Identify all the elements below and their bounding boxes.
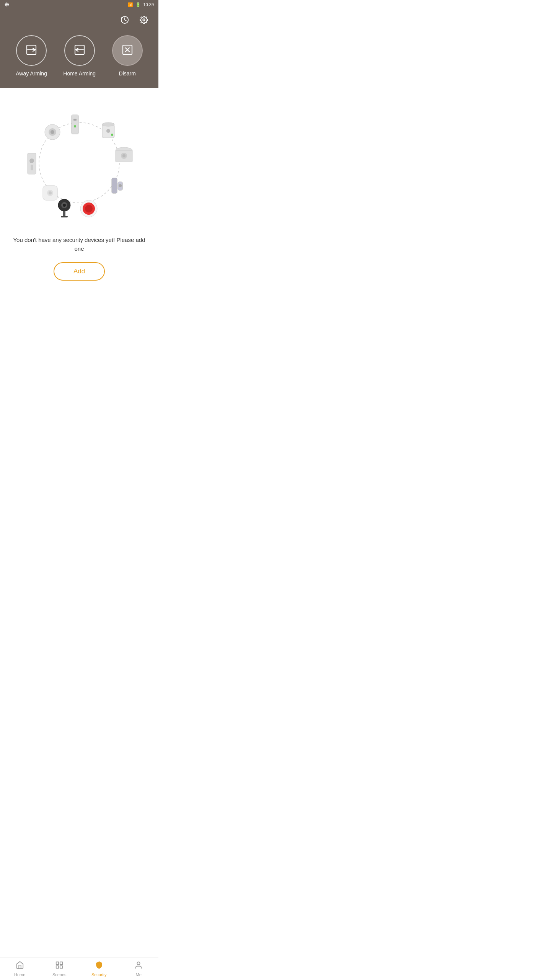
svg-point-20	[106, 129, 110, 133]
svg-point-23	[29, 158, 34, 163]
status-bar-left: ❊	[5, 2, 9, 8]
svg-rect-24	[31, 165, 33, 170]
svg-point-34	[119, 184, 122, 187]
svg-point-21	[111, 134, 113, 136]
battery-icon: 🔋	[135, 2, 141, 7]
status-bar: ❊ 📶 🔋 10:39	[0, 0, 158, 9]
settings-icon	[140, 16, 148, 26]
status-bar-right: 📶 🔋 10:39	[128, 2, 154, 7]
app-logo: ❊	[5, 2, 9, 8]
home-arming-icon	[73, 44, 86, 57]
home-arming-button[interactable]: Home Arming	[63, 35, 96, 77]
svg-point-19	[102, 122, 114, 126]
device-diagram	[22, 103, 137, 226]
top-section: Away Arming Home Arming	[0, 9, 158, 88]
main-content: You don't have any security devices yet!…	[0, 88, 158, 327]
empty-state-message: You don't have any security devices yet!…	[8, 236, 151, 253]
away-arming-circle	[16, 35, 47, 66]
history-button[interactable]	[118, 14, 132, 28]
time-display: 10:39	[143, 2, 154, 7]
disarm-label: Disarm	[119, 70, 136, 77]
svg-rect-38	[63, 211, 65, 216]
svg-point-31	[49, 191, 52, 194]
svg-point-42	[85, 205, 93, 212]
svg-rect-39	[61, 216, 68, 217]
svg-point-3	[143, 19, 145, 21]
svg-rect-32	[112, 178, 117, 193]
svg-rect-22	[28, 153, 36, 174]
svg-point-17	[51, 130, 54, 134]
svg-point-28	[122, 154, 126, 157]
svg-rect-12	[72, 115, 78, 134]
home-arming-circle	[64, 35, 95, 66]
disarm-circle	[112, 35, 143, 66]
disarm-button[interactable]: Disarm	[112, 35, 143, 77]
svg-point-37	[63, 204, 66, 207]
wifi-icon: 📶	[128, 2, 133, 7]
add-device-button[interactable]: Add	[54, 262, 105, 281]
svg-rect-13	[73, 119, 77, 121]
away-arming-label: Away Arming	[16, 70, 47, 77]
svg-point-14	[74, 125, 76, 127]
history-icon	[121, 16, 129, 26]
home-arming-label: Home Arming	[63, 70, 96, 77]
away-arming-icon	[25, 44, 37, 57]
settings-button[interactable]	[137, 14, 151, 28]
disarm-icon	[121, 44, 134, 57]
arming-options: Away Arming Home Arming	[8, 35, 151, 77]
toolbar	[8, 14, 151, 28]
devices-svg	[22, 103, 137, 226]
away-arming-button[interactable]: Away Arming	[16, 35, 47, 77]
